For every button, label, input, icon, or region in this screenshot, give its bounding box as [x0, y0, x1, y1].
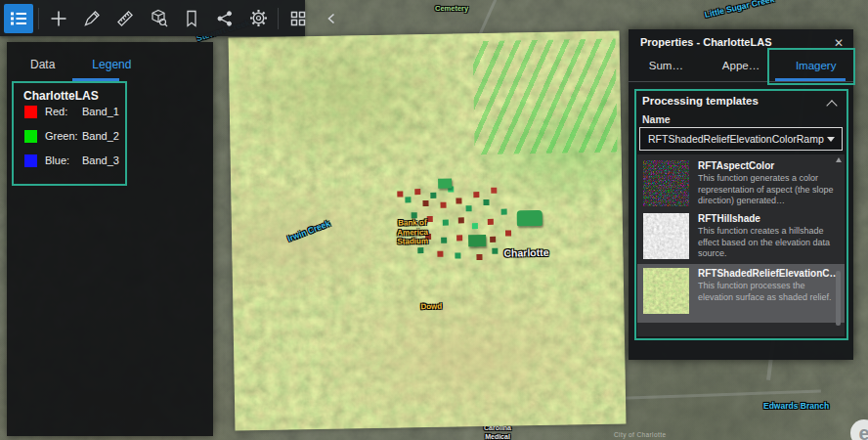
building-block [468, 235, 486, 246]
properties-panel: Properties - CharlotteLAS ✕ Sum… Appe… I… [629, 29, 853, 360]
chevron-down-icon [827, 137, 835, 142]
las-green-rows [473, 39, 618, 155]
layers-button[interactable] [4, 4, 33, 33]
main-toolbar [0, 0, 305, 36]
legend-entry-red: Red: Band_1 [24, 105, 119, 118]
legend-channel: Red: [45, 106, 82, 117]
share-icon [216, 10, 234, 27]
map-label-stadium: Bank of America Stadium [394, 218, 431, 246]
legend-entry-blue: Blue: Band_3 [24, 154, 119, 167]
map-label-edwards-branch: Edwards Branch [763, 401, 829, 411]
map-label-charlotte: Charlotte [503, 246, 548, 259]
template-name-dropdown[interactable]: RFTShadedReliefElevationColorRamp [639, 127, 843, 151]
dropdown-selected-value: RFTShadedReliefElevationColorRamp [648, 133, 827, 145]
layers-list-icon [10, 10, 27, 27]
scrollbar-thumb[interactable] [836, 271, 841, 326]
legend-channel: Blue: [45, 154, 82, 166]
add-icon [50, 10, 67, 27]
tab-data[interactable]: Data [21, 54, 65, 83]
apps-grid-button[interactable] [283, 4, 313, 33]
template-title: RFTAspectColor [698, 160, 837, 171]
charlotte-las-layer: Bank of America Stadium Dowd Irwin Creek… [229, 31, 627, 431]
collapse-left-icon [325, 12, 338, 25]
collapse-toolbar-button[interactable] [317, 4, 346, 33]
bookmark-button[interactable] [177, 4, 206, 33]
legend-swatch-red [24, 106, 37, 118]
toolbar-divider [38, 8, 39, 29]
layers-panel: Data Legend CharlotteLAS Red: Band_1 Gre… [7, 42, 213, 436]
map-label-cemetery: Cemetery [435, 4, 468, 13]
template-description: This function processes the elevation su… [698, 281, 835, 303]
name-label: Name [642, 113, 671, 125]
template-item-hillshade[interactable]: RFTHillshade This function creates a hil… [637, 209, 845, 262]
properties-panel-title: Properties - CharlotteLAS [640, 36, 771, 48]
bookmark-icon [183, 10, 200, 27]
measure-icon [116, 10, 134, 27]
settings-icon [249, 9, 268, 27]
template-thumbnail-grayscale [643, 213, 689, 259]
3d-query-button[interactable] [144, 4, 173, 33]
templates-list: RFTAspectColor This function generates a… [637, 154, 845, 336]
template-description: This function generates a color represen… [698, 173, 835, 207]
legend-layer-name: CharlotteLAS [23, 89, 99, 103]
template-thumbnail-rainbow [643, 160, 689, 206]
3d-query-icon [150, 9, 168, 27]
template-item-aspect-color[interactable]: RFTAspectColor This function generates a… [637, 156, 845, 209]
templates-scrollbar[interactable] [835, 157, 843, 333]
sketch-icon [83, 10, 101, 27]
map-label-dowd: Dowd [420, 302, 442, 311]
processing-templates-header[interactable]: Processing templates [642, 95, 759, 107]
legend-channel: Green: [45, 130, 82, 142]
legend-swatch-blue [24, 154, 37, 167]
measure-button[interactable] [110, 4, 140, 33]
legend-band: Band_1 [82, 106, 119, 117]
sketch-button[interactable] [77, 4, 107, 33]
template-description: This function creates a hillshade effect… [698, 226, 835, 260]
template-thumbnail-green-relief [643, 268, 689, 314]
apps-grid-icon [289, 10, 307, 27]
template-title: RFTShadedReliefElevationC… [698, 268, 837, 279]
legend-band: Band_3 [82, 154, 119, 166]
map-label-carolina-medical: Carolina Medical [477, 424, 518, 440]
imagery-tab-highlight-box [767, 48, 855, 85]
tab-summary[interactable]: Sum… [629, 51, 704, 81]
toolbar-divider [278, 8, 279, 29]
share-button[interactable] [210, 4, 239, 33]
template-title: RFTHillshade [698, 213, 837, 224]
legend-band: Band_2 [82, 130, 119, 142]
template-item-shaded-relief[interactable]: RFTShadedReliefElevationC… This function… [637, 264, 845, 323]
map-attribution: City of Charlotte [614, 431, 666, 438]
settings-button[interactable] [243, 4, 273, 33]
add-data-button[interactable] [44, 4, 73, 33]
legend-swatch-green [24, 130, 37, 143]
downtown-buildings [397, 191, 403, 197]
legend-entry-green: Green: Band_2 [24, 129, 119, 143]
scroll-up-arrow-icon[interactable] [836, 157, 842, 162]
building-block [438, 179, 452, 189]
building-block [517, 210, 542, 226]
